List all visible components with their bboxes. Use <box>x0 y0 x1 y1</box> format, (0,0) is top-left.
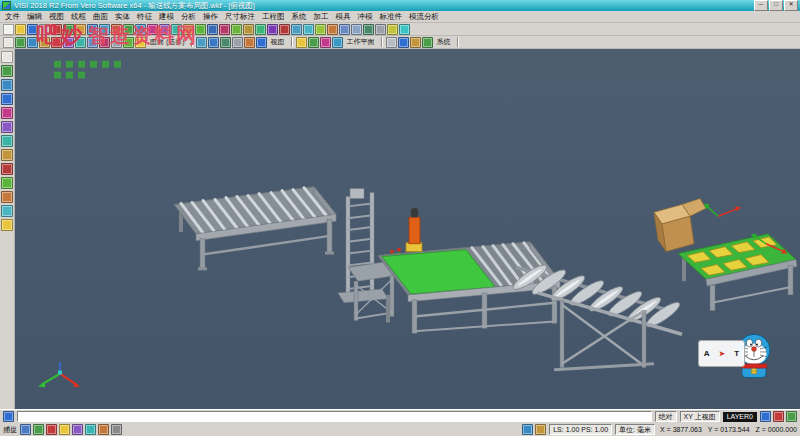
menu-item-3[interactable]: 视图 <box>49 12 64 22</box>
isolate-icon[interactable] <box>135 37 146 48</box>
shell-icon[interactable] <box>267 24 278 35</box>
pan-icon[interactable] <box>315 24 326 35</box>
wp-3points-icon[interactable] <box>320 37 331 48</box>
boolean-icon[interactable] <box>279 24 290 35</box>
rotate-arrow-icon[interactable]: ➤ <box>719 350 725 358</box>
menu-item-4[interactable]: 线框 <box>71 12 86 22</box>
rotate-view-icon[interactable] <box>327 24 338 35</box>
view-top-icon[interactable] <box>339 24 350 35</box>
select-window-icon[interactable] <box>15 37 26 48</box>
snap-intersect-icon[interactable] <box>85 424 96 435</box>
settings-icon[interactable] <box>386 37 397 48</box>
menu-item-13[interactable]: 系统 <box>292 12 307 22</box>
hidden-line-icon[interactable] <box>232 37 243 48</box>
view-nav-panel[interactable]: A ➤ T <box>698 340 745 367</box>
draw-line-icon[interactable] <box>1 79 13 91</box>
redraw-icon[interactable] <box>196 37 207 48</box>
menu-item-5[interactable]: 曲面 <box>93 12 108 22</box>
wp-front-icon[interactable] <box>308 37 319 48</box>
new-icon[interactable] <box>3 24 14 35</box>
filter-icon[interactable] <box>87 37 98 48</box>
layer-visibility-icon[interactable] <box>760 411 771 422</box>
minimize-button[interactable]: ─ <box>754 0 768 11</box>
undo-icon[interactable] <box>87 24 98 35</box>
toolbar-group-label-2[interactable]: 视图 <box>268 37 288 47</box>
select-color-icon[interactable] <box>51 37 62 48</box>
surface-icon[interactable] <box>195 24 206 35</box>
zoom-window-icon[interactable] <box>303 24 314 35</box>
draw-spline-icon[interactable] <box>1 149 13 161</box>
viewport-3d[interactable]: A ➤ T <box>14 49 800 409</box>
toolbar-group-label-4[interactable]: 系统 <box>434 37 454 47</box>
database-icon[interactable] <box>422 37 433 48</box>
save-icon[interactable] <box>27 24 38 35</box>
shade-mode-icon[interactable] <box>220 37 231 48</box>
dimension-icon[interactable] <box>1 219 13 231</box>
background-icon[interactable] <box>256 37 267 48</box>
viewport-canvas[interactable] <box>14 49 800 409</box>
draw-polyline-icon[interactable] <box>1 93 13 105</box>
snap-settings-icon[interactable] <box>20 424 31 435</box>
shade-icon[interactable] <box>363 24 374 35</box>
menu-item-7[interactable]: 特征 <box>137 12 152 22</box>
revolve-icon[interactable] <box>231 24 242 35</box>
menu-item-17[interactable]: 标准件 <box>380 12 403 22</box>
select-poly-icon[interactable] <box>27 37 38 48</box>
wp-xy-icon[interactable] <box>296 37 307 48</box>
copy-icon[interactable] <box>63 24 74 35</box>
mask-icon[interactable] <box>773 411 784 422</box>
regen-icon[interactable] <box>208 37 219 48</box>
menu-item-16[interactable]: 冲模 <box>358 12 373 22</box>
hide-icon[interactable] <box>111 37 122 48</box>
show-all-icon[interactable] <box>123 37 134 48</box>
layers-icon[interactable] <box>398 37 409 48</box>
snap-mid-icon[interactable] <box>59 424 70 435</box>
tracking-icon[interactable] <box>535 424 546 435</box>
spline-icon[interactable] <box>183 24 194 35</box>
paste-icon[interactable] <box>75 24 86 35</box>
offset-icon[interactable] <box>1 163 13 175</box>
menu-item-10[interactable]: 操作 <box>203 12 218 22</box>
extrude-icon[interactable] <box>219 24 230 35</box>
help-icon[interactable] <box>399 24 410 35</box>
cut-icon[interactable] <box>51 24 62 35</box>
menu-item-12[interactable]: 工程图 <box>262 12 285 22</box>
fillet-icon[interactable] <box>243 24 254 35</box>
menu-item-2[interactable]: 编辑 <box>27 12 42 22</box>
select-arrow-icon[interactable] <box>1 51 13 63</box>
maximize-button[interactable]: □ <box>769 0 783 11</box>
select-icon[interactable] <box>3 37 14 48</box>
point-icon[interactable] <box>123 24 134 35</box>
coord-mode-icon[interactable] <box>522 424 533 435</box>
delete-icon[interactable] <box>111 24 122 35</box>
rectangle-icon[interactable] <box>171 24 182 35</box>
menu-item-15[interactable]: 模具 <box>336 12 351 22</box>
nav-letter-a[interactable]: A <box>704 349 710 358</box>
menu-item-11[interactable]: 尺寸标注 <box>225 12 255 22</box>
nav-letter-t[interactable]: T <box>734 349 739 358</box>
close-button[interactable]: ✕ <box>784 0 798 11</box>
wp-normal-icon[interactable] <box>332 37 343 48</box>
invert-selection-icon[interactable] <box>99 37 110 48</box>
snap-center-icon[interactable] <box>72 424 83 435</box>
select-type-icon[interactable] <box>75 37 86 48</box>
draw-rectangle-icon[interactable] <box>1 135 13 147</box>
perspective-icon[interactable] <box>244 37 255 48</box>
move-icon[interactable] <box>1 191 13 203</box>
chamfer-icon[interactable] <box>255 24 266 35</box>
open-icon[interactable] <box>15 24 26 35</box>
snap-quadrant-icon[interactable] <box>98 424 109 435</box>
menu-item-18[interactable]: 模流分析 <box>409 12 439 22</box>
workplane-field[interactable]: XY 上视图 <box>680 411 720 422</box>
circle-icon[interactable] <box>159 24 170 35</box>
print-icon[interactable] <box>39 24 50 35</box>
draw-circle-icon[interactable] <box>1 121 13 133</box>
menu-item-1[interactable]: 文件 <box>5 12 20 22</box>
draw-point-icon[interactable] <box>1 65 13 77</box>
arc-icon[interactable] <box>147 24 158 35</box>
draw-arc-icon[interactable] <box>1 107 13 119</box>
select-layer-icon[interactable] <box>63 37 74 48</box>
prompt-icon[interactable] <box>3 411 14 422</box>
floating-toolbar[interactable] <box>54 61 121 79</box>
menu-item-14[interactable]: 加工 <box>314 12 329 22</box>
